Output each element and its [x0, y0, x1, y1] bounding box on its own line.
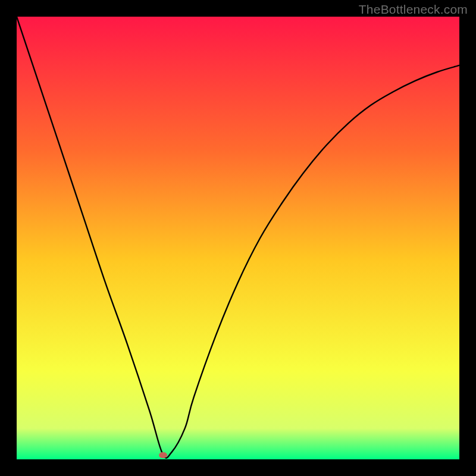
gradient-background	[17, 17, 459, 459]
watermark-label: TheBottleneck.com	[359, 2, 468, 17]
plot-area	[17, 17, 459, 459]
chart-frame: TheBottleneck.com	[0, 0, 476, 476]
plot-svg	[17, 17, 459, 459]
